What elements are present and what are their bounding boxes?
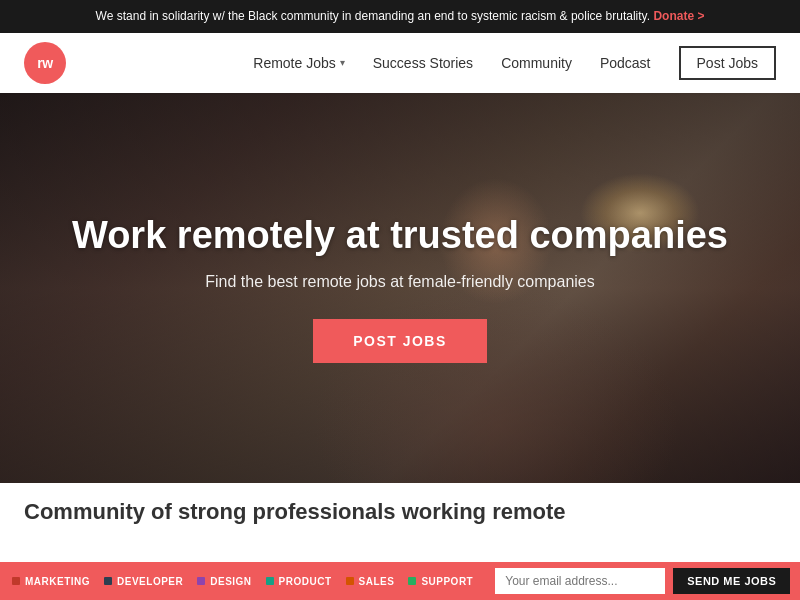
main-navbar: rw Remote Jobs ▾ Success Stories Communi…: [0, 33, 800, 93]
support-dot: [408, 577, 416, 585]
hero-section: Work remotely at trusted companies Find …: [0, 93, 800, 483]
hero-cta-button[interactable]: POST JOBS: [313, 319, 487, 363]
category-design[interactable]: DESIGN: [197, 576, 251, 587]
nav-community[interactable]: Community: [501, 55, 572, 71]
category-marketing[interactable]: MARKETING: [12, 576, 90, 587]
marketing-dot: [12, 577, 20, 585]
community-title: Community of strong professionals workin…: [24, 499, 776, 525]
community-section: Community of strong professionals workin…: [0, 483, 800, 525]
category-developer[interactable]: DEVELOPER: [104, 576, 183, 587]
nav-remote-jobs[interactable]: Remote Jobs ▾: [253, 55, 344, 71]
remote-jobs-dropdown-icon: ▾: [340, 57, 345, 68]
product-dot: [266, 577, 274, 585]
design-dot: [197, 577, 205, 585]
nav-links-container: Remote Jobs ▾ Success Stories Community …: [253, 46, 776, 80]
hero-subtitle: Find the best remote jobs at female-frie…: [72, 273, 728, 291]
announcement-banner: We stand in solidarity w/ the Black comm…: [0, 0, 800, 33]
category-product[interactable]: PRODUCT: [266, 576, 332, 587]
send-me-jobs-button[interactable]: SEND ME JOBS: [673, 568, 790, 594]
sales-dot: [346, 577, 354, 585]
nav-post-jobs-button[interactable]: Post Jobs: [679, 46, 776, 80]
developer-dot: [104, 577, 112, 585]
banner-text: We stand in solidarity w/ the Black comm…: [96, 9, 650, 23]
hero-content: Work remotely at trusted companies Find …: [52, 213, 748, 363]
category-support[interactable]: SUPPORT: [408, 576, 473, 587]
nav-success-stories[interactable]: Success Stories: [373, 55, 473, 71]
site-logo[interactable]: rw: [24, 42, 66, 84]
donate-link[interactable]: Donate >: [653, 9, 704, 23]
hero-title: Work remotely at trusted companies: [72, 213, 728, 259]
category-sales[interactable]: SALES: [346, 576, 395, 587]
nav-podcast[interactable]: Podcast: [600, 55, 651, 71]
email-input[interactable]: [495, 568, 665, 594]
footer-subscription-bar: MARKETING DEVELOPER DESIGN PRODUCT SALES…: [0, 562, 800, 600]
